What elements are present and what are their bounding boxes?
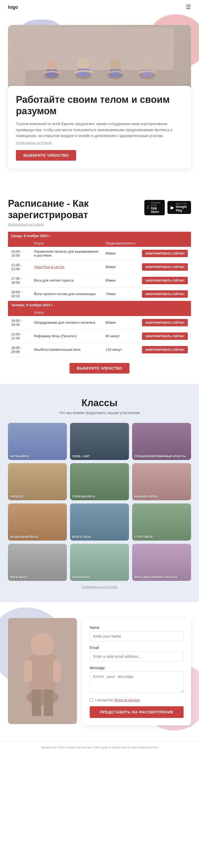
book-button[interactable]: ЗАБРОНИРОВАТЬ СЕЙЧАС [142,346,188,353]
book-button[interactable]: ЗАБРОНИРОВАТЬ СЕЙЧАС [142,263,188,271]
svg-rect-28 [32,689,41,716]
schedule-header: Расписание - Как зарегистрироват  Downl… [8,198,191,221]
book-button[interactable]: ЗАБРОНИРОВАТЬ СЕЙЧАС [142,333,188,340]
book-button[interactable]: ЗАБРОНИРОВАТЬ СЕЙЧАС [142,250,188,257]
name-input[interactable] [90,631,183,641]
table-header-row: Услуга [8,309,191,316]
hero-cta-button[interactable]: ВЫБЕРИТЕ ЧЛЕНСТВО [16,150,76,161]
service-name: Реформер Флоу (Пилатес) [34,334,77,338]
appstore-badge[interactable]:  Download on the App Store [144,200,165,215]
contact-section: Name Email Message I accept the Terms of… [0,602,199,741]
classes-section: Классы Что мы можем предложить нашим уча… [0,384,199,602]
hero-title: Работайте своим телом и своим разумом [16,94,183,117]
class-card[interactable]: ВИНЬЯСА ЙОГА [132,463,191,500]
table-day-row: Четверг, 9 ноября 2023 г. [8,301,191,309]
class-card[interactable]: ВСЕГО ТЕЛА [70,503,129,540]
class-service: Инь/Восстановительная йога [31,343,103,356]
schedule-table: Среда, 9 ноября 2023 г. Услуга Продолжит… [8,232,191,356]
header: logo ☰ [0,0,199,14]
class-time: 17:30 - 18:50 [8,274,31,287]
book-button[interactable]: ЗАБРОНИРОВАТЬ СЕЙЧАС [142,277,188,284]
book-button[interactable]: ЗАБРОНИРОВАТЬ СЕЙЧАС [142,319,188,327]
apple-icon:  [147,205,149,210]
appstore-small-text: Download on the [151,202,161,206]
class-time: 18:09 - 19:10 [8,287,31,301]
terms-checkbox-row: I accept the Terms of Service [90,698,183,702]
class-label: ЙОГАЛАТЕС [70,574,92,581]
classes-title: Классы [8,397,191,408]
googleplay-small-text: GET IT ON [176,203,188,205]
svg-rect-26 [24,660,32,682]
class-card[interactable]: ПИЛАТЕС [8,463,67,500]
svg-point-25 [27,689,58,706]
service-link[interactable]: Yoga Flow & Let Go [34,265,64,269]
class-card[interactable]: ВОЗДУШНАЯ ЙОГА [8,503,67,540]
class-label: ВСЕГО ТЕЛА [70,533,93,540]
hero-card: Работайте своим телом и своим разумом Ты… [8,86,191,168]
class-card[interactable]: ЙОГА-ФЛОУ [8,544,67,581]
class-card[interactable]: СИЛА + ХИТ [70,423,129,460]
svg-point-3 [47,59,57,70]
contact-image [8,618,77,724]
class-service: Йога для снятия стресса [31,274,103,287]
svg-point-13 [110,59,121,70]
header-time [8,309,31,316]
book-button[interactable]: ЗАБРОНИРОВАТЬ СЕЙЧАС [142,290,188,298]
service-name: Йога горячего потока для начинающих [34,292,96,296]
schedule-section: Расписание - Как зарегистрироват  Downl… [0,185,199,384]
name-label: Name [90,625,183,630]
schedule-title: Расписание - Как зарегистрироват [8,198,139,221]
class-duration: 60мин [103,260,139,274]
class-card[interactable]: ЙОГА ДЛЯ СНЯТИЯ СТРЕССА [132,544,191,581]
googleplay-badge[interactable]: ▶ GET IT ON Google Play [167,201,191,214]
schedule-source: Изображение из Invitesy [8,223,191,226]
service-name: Йога для снятия стресса [34,278,74,282]
class-time: 18:00 - 19:00 [8,316,31,330]
contact-form-card: Name Email Message I accept the Terms of… [82,618,191,725]
book-cell: ЗАБРОНИРОВАТЬ СЕЙЧАС [139,247,191,260]
table-row: 18:00 - 20:00 Инь/Восстановительная йога… [8,343,191,356]
day-label: Четверг, 9 ноября 2023 г. [8,301,191,309]
class-card[interactable]: ГОРЯЧАЯ ЙОГА [70,463,129,500]
class-label: СТРЕТ-ЙОГА [132,533,155,540]
class-card[interactable]: СПЕЦИАЛИЗИРОВАННЫЕ КЛАССЫ [132,423,191,460]
class-label: ГОРЯЧАЯ ЙОГА [70,493,97,500]
header-service: Услуга [31,240,103,247]
hamburger-menu-icon[interactable]: ☰ [186,4,191,10]
class-label: СИЛА + ХИТ [70,453,92,460]
message-textarea[interactable] [90,672,183,693]
header-action [139,309,191,316]
terms-checkbox[interactable] [90,698,93,702]
class-time: 11:00 - 12:00 [8,260,31,274]
class-service: Реформер Флоу (Пилатес) [31,329,103,343]
book-cell: ЗАБРОНИРОВАТЬ СЕЙЧАС [139,343,191,356]
message-form-group: Message [90,666,183,694]
hero-source: Изображение из Freepik [16,141,183,145]
terms-link[interactable]: Terms of Service [114,698,140,702]
table-row: 11:00 - 12:00 Yoga Flow & Let Go 60мин З… [8,260,191,274]
hero-section: Работайте своим телом и своим разумом Ты… [0,14,199,185]
header-time [8,240,31,247]
header-service: Услуга [31,309,103,316]
class-label: ПИЛАТЕС [8,493,26,500]
class-card[interactable]: СТРЕТ-ЙОГА [132,503,191,540]
table-row: 17:30 - 18:50 Йога для снятия стресса 80… [8,274,191,287]
class-card[interactable]: ХАТХА-ЙОГА [8,423,67,460]
google-play-icon: ▶ [171,205,174,211]
header-duration: Продолжительность [103,240,139,247]
class-duration: 90 минут [103,329,139,343]
class-card[interactable]: ЙОГАЛАТЕС [70,544,129,581]
contact-inner: Name Email Message I accept the Terms of… [8,618,191,725]
class-label: ВОЗДУШНАЯ ЙОГА [8,533,40,540]
footer: Sample text. Click to select the text bo… [0,741,199,753]
submit-button[interactable]: ПРЕДСТАВИТЬ НА РАССМОТРЕНИЕ [90,706,183,718]
class-time: 11:00 - 12:30 [8,329,31,343]
message-label: Message [90,666,183,670]
table-row: 11:00 - 12:30 Реформер Флоу (Пилатес) 90… [8,329,191,343]
svg-point-18 [142,60,152,70]
email-input[interactable] [90,651,183,661]
hero-image [8,25,191,94]
class-duration: 120 минут [103,343,139,356]
class-time: 18:00 - 20:00 [8,343,31,356]
schedule-cta-button[interactable]: ВЫБЕРИТЕ ЧЛЕНСТВО [69,363,130,374]
